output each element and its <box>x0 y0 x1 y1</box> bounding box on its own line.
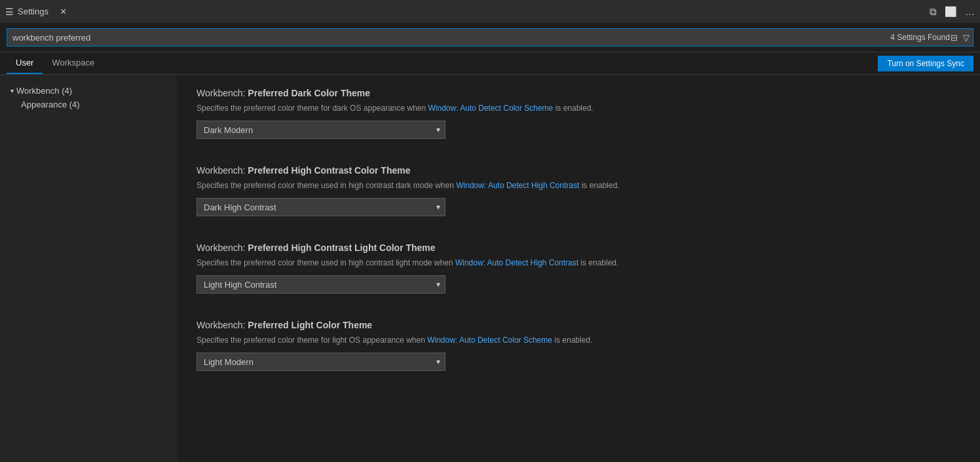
setting-select-high-contrast-dark[interactable]: Dark High Contrast Default High Contrast… <box>197 198 445 216</box>
title-bar: ☰ Settings × ⧉ ⬜ … <box>0 0 980 23</box>
setting-title-dark-theme: Workbench: Preferred Dark Color Theme <box>197 88 960 98</box>
toggle-layout-icon[interactable]: ⬜ <box>945 6 957 18</box>
setting-description-high-contrast-light: Specifies the preferred color theme used… <box>197 257 960 269</box>
setting-select-wrapper-high-contrast-dark: Dark High Contrast Default High Contrast… <box>197 198 445 216</box>
sidebar-group-label: Workbench (4) <box>16 86 72 96</box>
search-icons: ⊟ ▽ <box>949 31 971 44</box>
search-input-wrapper: 4 Settings Found ⊟ ▽ <box>7 28 973 47</box>
sync-settings-button[interactable]: Turn on Settings Sync <box>878 56 973 71</box>
sidebar-group-title-workbench[interactable]: ▾ Workbench (4) <box>0 84 177 98</box>
setting-title-light-theme: Workbench: Preferred Light Color Theme <box>197 320 960 330</box>
settings-panel: Workbench: Preferred Dark Color Theme Sp… <box>177 75 980 462</box>
more-actions-icon[interactable]: … <box>965 6 975 17</box>
setting-link-high-contrast-dark[interactable]: Window: Auto Detect High Contrast <box>456 181 579 190</box>
setting-select-light-theme[interactable]: Light Modern Light+ Solarized Light Quie… <box>197 353 445 371</box>
tabs-bar: User Workspace Turn on Settings Sync <box>0 52 980 75</box>
clear-search-icon[interactable]: ▽ <box>962 31 971 44</box>
main-content: ▾ Workbench (4) Appearance (4) Workbench… <box>0 75 980 462</box>
tab-user[interactable]: User <box>7 52 43 74</box>
split-editor-icon[interactable]: ⧉ <box>930 6 937 18</box>
setting-block-light-theme: Workbench: Preferred Light Color Theme S… <box>197 320 960 371</box>
setting-title-high-contrast-dark: Workbench: Preferred High Contrast Color… <box>197 165 960 176</box>
setting-link-dark-theme[interactable]: Window: Auto Detect Color Scheme <box>428 104 554 113</box>
search-results-badge: 4 Settings Found <box>890 33 950 42</box>
setting-title-high-contrast-light: Workbench: Preferred High Contrast Light… <box>197 242 960 253</box>
close-tab-button[interactable]: × <box>58 5 69 18</box>
setting-block-high-contrast-light: Workbench: Preferred High Contrast Light… <box>197 242 960 294</box>
setting-description-dark-theme: Specifies the preferred color theme for … <box>197 102 960 114</box>
filter-settings-icon[interactable]: ⊟ <box>949 31 959 44</box>
setting-description-high-contrast-dark: Specifies the preferred color theme used… <box>197 180 960 191</box>
sidebar-item-appearance[interactable]: Appearance (4) <box>0 98 177 111</box>
search-input[interactable] <box>7 28 973 47</box>
setting-select-wrapper-high-contrast-light: Light High Contrast Default High Contras… <box>197 275 445 294</box>
settings-tab-label: Settings <box>18 7 48 16</box>
menu-icon[interactable]: ☰ <box>5 7 14 17</box>
setting-select-high-contrast-light[interactable]: Light High Contrast Default High Contras… <box>197 275 445 294</box>
setting-description-light-theme: Specifies the preferred color theme for … <box>197 334 960 346</box>
tab-workspace[interactable]: Workspace <box>43 52 104 74</box>
setting-link-high-contrast-light[interactable]: Window: Auto Detect High Contrast <box>455 258 578 267</box>
tabs-left: User Workspace <box>7 52 104 74</box>
title-bar-left: ☰ Settings × <box>5 5 69 18</box>
setting-block-high-contrast-dark: Workbench: Preferred High Contrast Color… <box>197 165 960 216</box>
setting-link-light-theme[interactable]: Window: Auto Detect Color Scheme <box>427 336 552 345</box>
setting-select-wrapper-light-theme: Light Modern Light+ Solarized Light Quie… <box>197 353 445 371</box>
setting-block-dark-theme: Workbench: Preferred Dark Color Theme Sp… <box>197 88 960 139</box>
chevron-down-icon: ▾ <box>10 87 14 94</box>
sidebar-group-workbench: ▾ Workbench (4) Appearance (4) <box>0 81 177 114</box>
title-bar-right: ⧉ ⬜ … <box>930 6 975 18</box>
sidebar: ▾ Workbench (4) Appearance (4) <box>0 75 177 462</box>
setting-select-dark-theme[interactable]: Dark Modern Dark+ Monokai Solarized Dark <box>197 121 445 139</box>
setting-select-wrapper-dark-theme: Dark Modern Dark+ Monokai Solarized Dark… <box>197 121 445 139</box>
search-bar: 4 Settings Found ⊟ ▽ <box>0 23 980 52</box>
